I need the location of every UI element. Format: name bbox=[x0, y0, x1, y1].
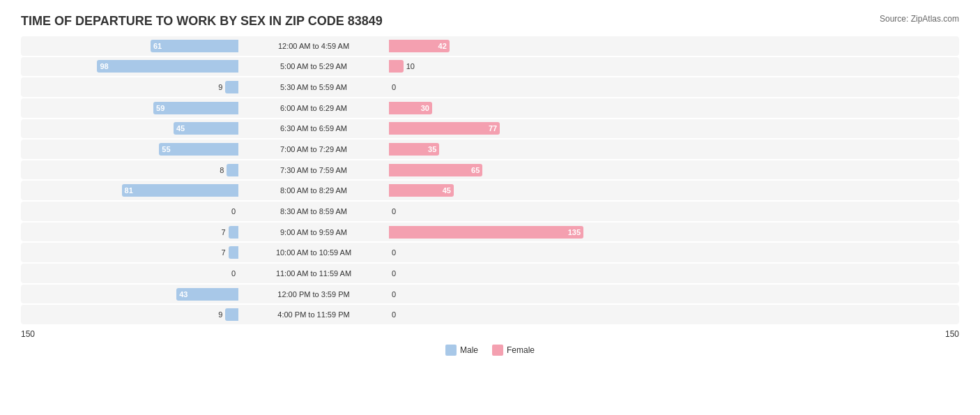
right-section: 0 bbox=[383, 310, 606, 319]
chart-title: TIME OF DEPARTURE TO WORK BY SEX IN ZIP … bbox=[21, 14, 959, 29]
male-bar: 55 bbox=[159, 143, 238, 156]
axis-left: 150 bbox=[21, 329, 35, 339]
table-row: 55 7:00 AM to 7:29 AM 35 bbox=[21, 139, 959, 159]
female-bar: 77 bbox=[389, 122, 500, 135]
right-section: 42 bbox=[383, 40, 606, 52]
female-value: 0 bbox=[392, 290, 396, 299]
male-value-zero: 0 bbox=[231, 207, 236, 216]
female-bar: 65 bbox=[389, 164, 482, 176]
left-section: 45 bbox=[21, 122, 244, 135]
left-section: 81 bbox=[21, 184, 244, 197]
right-section: 77 bbox=[383, 122, 606, 135]
male-bar bbox=[225, 308, 238, 321]
female-bar: 35 bbox=[389, 143, 439, 156]
female-label: Female bbox=[507, 345, 535, 355]
male-value-zero: 0 bbox=[231, 269, 236, 278]
left-section: 7 bbox=[21, 226, 244, 239]
male-bar: 43 bbox=[176, 288, 238, 301]
right-section: 135 bbox=[383, 226, 606, 239]
time-label: 5:00 AM to 5:29 AM bbox=[244, 62, 383, 70]
table-row: 8 7:30 AM to 7:59 AM 65 bbox=[21, 160, 959, 180]
female-value-inside: 42 bbox=[436, 42, 450, 50]
left-section: 8 bbox=[21, 164, 244, 176]
right-section: 0 bbox=[383, 207, 606, 216]
male-bar bbox=[227, 164, 238, 176]
table-row: 9 4:00 PM to 11:59 PM 0 bbox=[21, 305, 959, 324]
female-value: 0 bbox=[392, 310, 396, 319]
male-value-inside: 43 bbox=[176, 290, 190, 299]
table-row: 61 12:00 AM to 4:59 AM 42 bbox=[21, 36, 959, 56]
male-value-inside: 55 bbox=[159, 145, 173, 153]
male-bar: 61 bbox=[151, 40, 238, 52]
male-value: 7 bbox=[221, 228, 225, 236]
time-label: 12:00 PM to 3:59 PM bbox=[244, 290, 383, 299]
male-label: Male bbox=[460, 345, 478, 355]
female-bar: 135 bbox=[389, 226, 583, 239]
male-value-inside: 45 bbox=[174, 124, 187, 133]
female-value-inside: 77 bbox=[486, 124, 500, 133]
chart-container: TIME OF DEPARTURE TO WORK BY SEX IN ZIP … bbox=[0, 0, 980, 415]
table-row: 81 8:00 AM to 8:29 AM 45 bbox=[21, 181, 959, 200]
time-label: 8:30 AM to 8:59 AM bbox=[244, 207, 383, 216]
right-section: 0 bbox=[383, 290, 606, 299]
time-label: 6:00 AM to 6:29 AM bbox=[244, 104, 383, 112]
right-section: 0 bbox=[383, 248, 606, 257]
male-bar bbox=[229, 226, 238, 239]
male-bar bbox=[225, 81, 238, 93]
left-section: 7 bbox=[21, 246, 244, 259]
left-section: 55 bbox=[21, 143, 244, 156]
male-value: 8 bbox=[220, 166, 224, 174]
male-value-inside: 81 bbox=[122, 186, 136, 195]
left-section: 43 bbox=[21, 288, 244, 301]
right-section: 0 bbox=[383, 83, 606, 91]
right-section: 45 bbox=[383, 184, 606, 197]
time-label: 10:00 AM to 10:59 AM bbox=[244, 248, 383, 257]
female-bar: 30 bbox=[389, 102, 432, 114]
male-value-inside: 98 bbox=[97, 62, 111, 70]
male-value: 9 bbox=[218, 83, 222, 91]
table-row: 0 8:30 AM to 8:59 AM 0 bbox=[21, 202, 959, 221]
female-bar: 45 bbox=[389, 184, 454, 197]
left-section: 0 bbox=[21, 269, 244, 278]
right-section: 35 bbox=[383, 143, 606, 156]
time-label: 7:00 AM to 7:29 AM bbox=[244, 145, 383, 153]
female-value-inside: 45 bbox=[440, 186, 454, 195]
female-value: 0 bbox=[392, 248, 396, 257]
left-section: 61 bbox=[21, 40, 244, 52]
time-label: 8:00 AM to 8:29 AM bbox=[244, 186, 383, 195]
female-value-inside: 30 bbox=[418, 104, 432, 112]
female-value: 0 bbox=[392, 207, 396, 216]
female-value-inside: 35 bbox=[425, 145, 439, 153]
male-bar: 98 bbox=[97, 60, 238, 73]
female-value: 0 bbox=[392, 83, 396, 91]
time-label: 4:00 PM to 11:59 PM bbox=[244, 310, 383, 319]
male-value: 9 bbox=[218, 310, 222, 319]
male-value: 7 bbox=[221, 248, 225, 257]
male-value-inside: 61 bbox=[151, 42, 164, 50]
female-bar: 42 bbox=[389, 40, 450, 52]
right-section: 30 bbox=[383, 102, 606, 114]
female-bar bbox=[389, 60, 404, 73]
legend: Male Female bbox=[21, 345, 959, 356]
time-label: 7:30 AM to 7:59 AM bbox=[244, 166, 383, 174]
male-bar: 81 bbox=[122, 184, 238, 197]
legend-male: Male bbox=[445, 345, 478, 356]
table-row: 45 6:30 AM to 6:59 AM 77 bbox=[21, 119, 959, 139]
right-section: 0 bbox=[383, 269, 606, 278]
axis-labels: 150 150 bbox=[21, 329, 959, 339]
right-section: 65 bbox=[383, 164, 606, 176]
source-text: Source: ZipAtlas.com bbox=[880, 14, 959, 24]
chart-area: 61 12:00 AM to 4:59 AM 42 98 5:00 AM to … bbox=[21, 36, 959, 353]
left-section: 0 bbox=[21, 207, 244, 216]
male-color-box bbox=[445, 345, 457, 356]
female-color-box bbox=[492, 345, 503, 356]
male-bar: 59 bbox=[153, 102, 238, 114]
female-value: 10 bbox=[406, 62, 415, 70]
left-section: 59 bbox=[21, 102, 244, 114]
female-value-inside: 65 bbox=[468, 166, 482, 174]
table-row: 7 9:00 AM to 9:59 AM 135 bbox=[21, 222, 959, 242]
time-label: 11:00 AM to 11:59 AM bbox=[244, 269, 383, 278]
time-label: 12:00 AM to 4:59 AM bbox=[244, 42, 383, 50]
axis-right: 150 bbox=[945, 329, 959, 339]
time-label: 6:30 AM to 6:59 AM bbox=[244, 124, 383, 133]
